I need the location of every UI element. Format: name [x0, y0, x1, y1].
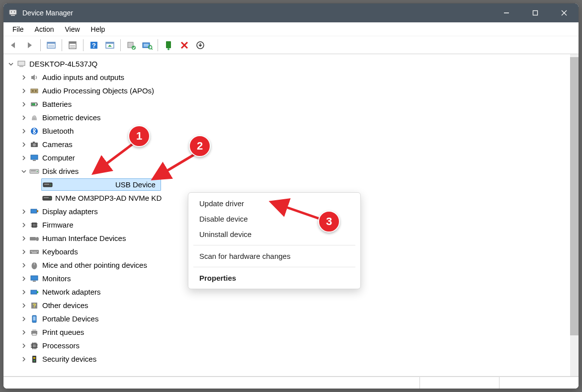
chevron-right-icon[interactable]: [19, 263, 28, 268]
network-adapter-icon: [29, 287, 39, 297]
monitor-icon: [29, 153, 39, 163]
chevron-right-icon[interactable]: [19, 223, 28, 228]
svg-point-41: [33, 143, 36, 146]
svg-rect-37: [37, 103, 38, 105]
ctx-scan-hardware[interactable]: Scan for hardware changes: [188, 248, 360, 264]
svg-text:?: ?: [92, 42, 96, 49]
speaker-icon: [29, 73, 39, 82]
menu-help[interactable]: Help: [86, 24, 110, 34]
tree-category-apo[interactable]: Audio Processing Objects (APOs): [6, 84, 570, 97]
tree-category-processors[interactable]: Processors: [6, 339, 570, 352]
tree-category-portable-devices[interactable]: Portable Devices: [6, 312, 570, 325]
titlebar[interactable]: Device Manager: [3, 3, 579, 22]
statusbar: [3, 377, 579, 389]
tree-root-label: DESKTOP-4L537JQ: [29, 57, 100, 71]
svg-rect-13: [69, 42, 76, 44]
minimize-button[interactable]: [492, 3, 521, 22]
display-adapter-icon: [29, 207, 39, 217]
svg-rect-84: [32, 329, 36, 331]
tree-root[interactable]: DESKTOP-4L537JQ: [6, 57, 570, 71]
svg-rect-43: [31, 155, 38, 159]
svg-rect-42: [33, 142, 35, 143]
svg-rect-5: [533, 11, 538, 15]
help-button[interactable]: ?: [86, 38, 101, 52]
chevron-right-icon[interactable]: [19, 330, 28, 335]
svg-rect-76: [33, 281, 36, 282]
fingerprint-icon: [29, 113, 39, 123]
svg-rect-23: [144, 44, 149, 47]
svg-rect-85: [32, 333, 36, 335]
chevron-right-icon[interactable]: [19, 102, 28, 107]
chevron-right-icon[interactable]: [19, 75, 28, 80]
tree-category-cameras[interactable]: Cameras: [6, 138, 570, 151]
context-menu: Update driver Disable device Uninstall d…: [188, 192, 361, 289]
chevron-right-icon[interactable]: [19, 236, 28, 241]
nav-forward-button[interactable]: [22, 38, 37, 52]
uninstall-device-button[interactable]: [193, 38, 208, 52]
chevron-right-icon[interactable]: [19, 156, 28, 160]
chevron-right-icon[interactable]: [19, 209, 28, 214]
chevron-right-icon[interactable]: [19, 276, 28, 281]
chevron-down-icon[interactable]: [19, 169, 28, 174]
chevron-right-icon[interactable]: [19, 357, 28, 362]
svg-point-35: [35, 90, 37, 92]
toolbar: ?: [3, 36, 579, 54]
chevron-right-icon[interactable]: [19, 249, 28, 254]
nav-back-button[interactable]: [6, 38, 21, 52]
printer-icon: [29, 327, 39, 337]
chip-icon: [29, 220, 39, 230]
tree-category-security-devices[interactable]: Security devices: [6, 352, 570, 366]
app-icon: [8, 8, 17, 17]
ctx-properties[interactable]: Properties: [188, 270, 360, 286]
close-button[interactable]: [550, 3, 579, 22]
svg-line-25: [152, 48, 153, 50]
show-hide-tree-button[interactable]: [44, 38, 59, 52]
disable-device-button[interactable]: [177, 38, 192, 52]
tree-device-usb[interactable]: USB Device: [6, 178, 570, 191]
svg-rect-101: [33, 357, 35, 359]
hid-icon: [29, 234, 39, 243]
svg-rect-31: [18, 61, 25, 66]
update-driver-button[interactable]: [124, 38, 139, 52]
tree-category-bluetooth[interactable]: Bluetooth: [6, 124, 570, 138]
window-title: Device Manager: [22, 9, 73, 17]
enable-device-button[interactable]: [161, 38, 176, 52]
tree-category-biometric[interactable]: Biometric devices: [6, 111, 570, 124]
chevron-right-icon[interactable]: [19, 115, 28, 120]
scrollbar-thumb[interactable]: [570, 57, 579, 335]
maximize-button[interactable]: [521, 3, 550, 22]
scan-hardware-button[interactable]: [140, 38, 155, 52]
svg-point-47: [37, 171, 38, 172]
svg-rect-78: [37, 291, 38, 293]
disk-drive-icon: [29, 166, 39, 176]
chevron-right-icon[interactable]: [19, 129, 28, 134]
properties-button[interactable]: [65, 38, 80, 52]
vertical-scrollbar[interactable]: [570, 54, 579, 376]
chevron-down-icon[interactable]: [6, 62, 15, 67]
svg-point-50: [50, 184, 51, 185]
svg-rect-49: [44, 184, 49, 185]
svg-rect-32: [19, 66, 23, 67]
menu-action[interactable]: Action: [30, 24, 59, 34]
tree-category-audio-inputs-outputs[interactable]: Audio inputs and outputs: [6, 71, 570, 84]
chevron-right-icon[interactable]: [19, 316, 28, 321]
chevron-right-icon[interactable]: [19, 290, 28, 295]
ctx-update-driver[interactable]: Update driver: [188, 196, 360, 211]
menu-file[interactable]: File: [7, 24, 29, 34]
tree-category-print-queues[interactable]: Print queues: [6, 325, 570, 339]
svg-rect-46: [31, 170, 36, 171]
tree-category-batteries[interactable]: Batteries: [6, 97, 570, 111]
svg-point-2: [11, 11, 12, 12]
svg-point-102: [34, 360, 35, 361]
menu-view[interactable]: View: [60, 24, 84, 34]
chevron-right-icon[interactable]: [19, 303, 28, 308]
separator: [193, 267, 355, 267]
tree-category-computer[interactable]: Computer: [6, 151, 570, 164]
tree-category-disk-drives[interactable]: Disk drives: [6, 164, 570, 178]
tree-category-other-devices[interactable]: ? Other devices: [6, 299, 570, 312]
chevron-right-icon[interactable]: [19, 88, 28, 93]
chevron-right-icon[interactable]: [19, 142, 28, 147]
svg-point-65: [36, 237, 39, 241]
chevron-right-icon[interactable]: [19, 343, 28, 348]
action-window-button[interactable]: [102, 38, 117, 52]
